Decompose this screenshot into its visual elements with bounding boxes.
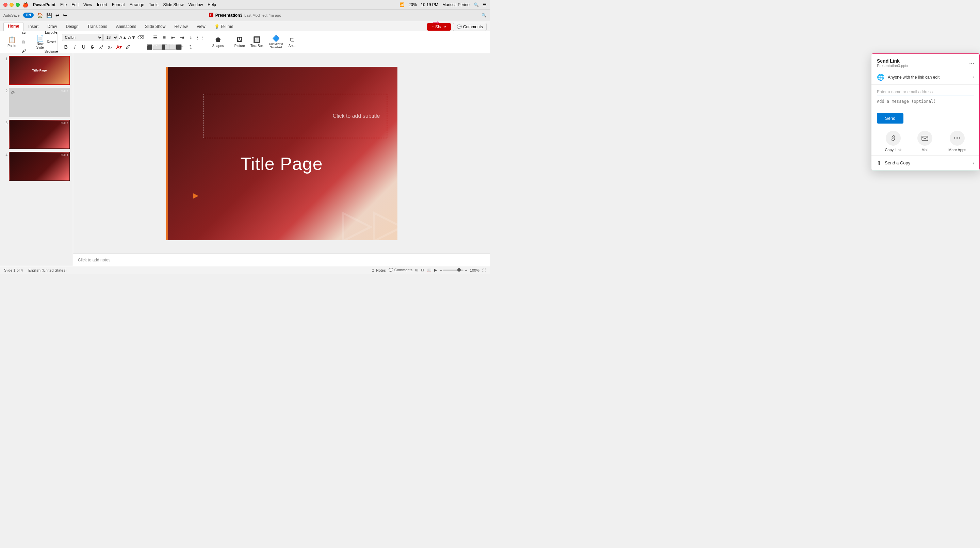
align-right-button[interactable]: ⬜⬜⬛ — [169, 43, 177, 51]
menu-powerpoint[interactable]: PowerPoint — [33, 2, 56, 7]
bullets-button[interactable]: ☰ — [151, 33, 159, 41]
tab-review[interactable]: Review — [170, 23, 192, 31]
decrease-font-button[interactable]: A▼ — [128, 33, 136, 41]
search-icon-bar[interactable]: 🔍 — [482, 13, 487, 18]
copy-button[interactable]: ⎘ — [20, 38, 28, 46]
strikethrough-button[interactable]: S̶ — [89, 43, 97, 51]
tab-slideshow[interactable]: Slide Show — [141, 23, 169, 31]
slide-1-label: Title Page — [32, 69, 47, 72]
decrease-indent-button[interactable]: ⇤ — [169, 33, 177, 41]
font-size-select[interactable]: 18 — [103, 34, 118, 41]
reset-button[interactable]: Reset — [47, 38, 56, 46]
menu-tools[interactable]: Tools — [149, 2, 159, 7]
slide-count: Slide 1 of 4 — [4, 268, 23, 272]
paste-button[interactable]: 📋 Paste — [5, 35, 18, 49]
slideshow-btn[interactable]: ▶ — [434, 268, 437, 272]
shapes-button[interactable]: ⬟ Shapes — [210, 35, 226, 49]
tab-home[interactable]: Home — [3, 22, 24, 31]
fullscreen-button[interactable] — [16, 3, 20, 7]
sidebar-icon[interactable]: ☰ — [483, 2, 487, 7]
slide-image-4[interactable]: Slide 4 — [9, 152, 70, 181]
slide-subtitle-box[interactable]: Click to add subtitle — [204, 94, 387, 138]
reading-view-btn[interactable]: 📖 — [427, 268, 431, 272]
tab-design[interactable]: Design — [62, 23, 82, 31]
slide-sorter-btn[interactable]: ⊟ — [421, 268, 424, 272]
zoom-in-btn[interactable]: + — [465, 268, 467, 272]
tab-draw[interactable]: Draw — [43, 23, 61, 31]
tab-transitions[interactable]: Transitions — [83, 23, 111, 31]
slide-title[interactable]: Title Page — [240, 153, 323, 174]
format-painter-button[interactable]: 🖌 — [20, 47, 28, 53]
font-family-select[interactable]: Calibri — [62, 34, 103, 41]
slide-image-3[interactable]: Slide 3 — [9, 120, 70, 149]
text-direction-button[interactable]: ⤵ — [187, 43, 195, 51]
notes-status-btn[interactable]: 🗒 Notes — [371, 268, 386, 272]
slide-bg-decoration: ▷▷ — [342, 200, 398, 240]
slide-thumb-4[interactable]: 4 Slide 4 — [3, 152, 70, 181]
new-slide-button[interactable]: 📄 New Slide — [34, 33, 46, 51]
slide-thumb-3[interactable]: 3 Slide 3 — [3, 120, 70, 149]
slide-thumb-1[interactable]: 1 Title Page — [3, 56, 70, 85]
slide-content[interactable]: Click to add subtitle ▶ Title Page ▷▷ — [166, 67, 398, 240]
redo-button[interactable]: ↪ — [63, 13, 67, 18]
tab-view[interactable]: View — [192, 23, 210, 31]
layout-button[interactable]: Layout ▾ — [47, 31, 56, 37]
section-button[interactable]: Section ▾ — [47, 48, 56, 53]
superscript-button[interactable]: x² — [97, 43, 105, 51]
comments-status-btn[interactable]: 💬 Comments — [388, 268, 412, 272]
columns-button[interactable]: ⋮⋮ — [196, 33, 204, 41]
increase-indent-button[interactable]: ⇥ — [178, 33, 186, 41]
notes-bar[interactable]: Click to add notes — [73, 253, 490, 266]
bold-button[interactable]: B — [62, 43, 70, 51]
autosave-toggle[interactable]: ON — [23, 13, 34, 18]
slide-canvas[interactable]: Click to add subtitle ▶ Title Page ▷▷ — [73, 53, 490, 253]
clear-format-button[interactable]: ⌫ — [137, 33, 145, 41]
minimize-button[interactable] — [10, 3, 14, 7]
italic-button[interactable]: I — [71, 43, 79, 51]
menu-window[interactable]: Window — [189, 2, 203, 7]
text-box-button[interactable]: 🔲 Text Box — [248, 35, 266, 49]
tab-tell-me[interactable]: 💡 Tell me — [210, 23, 237, 31]
search-icon[interactable]: 🔍 — [474, 2, 479, 7]
comments-button[interactable]: 💬 Comments — [453, 23, 487, 31]
increase-font-button[interactable]: A▲ — [119, 33, 127, 41]
menu-edit[interactable]: Edit — [72, 2, 79, 7]
menu-slideshow[interactable]: Slide Show — [163, 2, 184, 7]
slide-image-1[interactable]: Title Page — [9, 56, 70, 85]
menu-arrange[interactable]: Arrange — [130, 2, 144, 7]
font-color-button[interactable]: A▾ — [115, 43, 123, 51]
tab-animations[interactable]: Animations — [112, 23, 140, 31]
normal-view-btn[interactable]: ⊞ — [415, 268, 418, 272]
cut-button[interactable]: ✂ — [20, 31, 28, 37]
underline-button[interactable]: U — [80, 43, 88, 51]
text-box-icon: 🔲 — [253, 37, 261, 44]
menu-file[interactable]: File — [60, 2, 67, 7]
traffic-lights[interactable] — [3, 3, 20, 7]
slide-image-2[interactable]: ⊘ Slide 2 — [9, 88, 70, 117]
zoom-slider[interactable] — [443, 269, 463, 271]
home-icon[interactable]: 🏠 — [37, 13, 43, 18]
undo-button[interactable]: ↩ — [56, 13, 60, 18]
line-spacing-button[interactable]: ↕ — [187, 33, 195, 41]
save-icon[interactable]: 💾 — [46, 13, 52, 18]
macos-menu-bar[interactable]: PowerPoint File Edit View Insert Format … — [33, 2, 216, 7]
tab-insert[interactable]: Insert — [24, 23, 43, 31]
numbering-button[interactable]: ≡ — [160, 33, 169, 41]
close-button[interactable] — [3, 3, 8, 7]
arrange-button[interactable]: ⧉ Arr... — [286, 35, 298, 49]
menu-format[interactable]: Format — [112, 2, 125, 7]
zoom-control[interactable]: − + — [440, 268, 467, 272]
convert-smartart-button[interactable]: 🔷 Convert to SmartArt — [267, 34, 285, 51]
picture-button[interactable]: 🖼 Picture — [232, 35, 247, 49]
zoom-out-btn[interactable]: − — [440, 268, 442, 272]
fit-screen-btn[interactable]: ⛶ — [482, 268, 486, 272]
justify-button[interactable]: ≡ — [178, 43, 186, 51]
menu-view[interactable]: View — [83, 2, 92, 7]
group-paragraph: ☰ ≡ ⇤ ⇥ ↕ ⋮⋮ ⬛⬜⬜ ⬜⬛⬜ ⬜⬜⬛ ≡ ⤵ — [150, 33, 206, 51]
subscript-button[interactable]: x₂ — [106, 43, 115, 51]
menu-help[interactable]: Help — [208, 2, 216, 7]
slide-thumb-2[interactable]: 2 ⊘ Slide 2 — [3, 88, 70, 117]
menu-insert[interactable]: Insert — [97, 2, 107, 7]
highlight-button[interactable]: 🖊 — [124, 43, 132, 51]
search-area[interactable]: 🔍 — [482, 13, 487, 18]
